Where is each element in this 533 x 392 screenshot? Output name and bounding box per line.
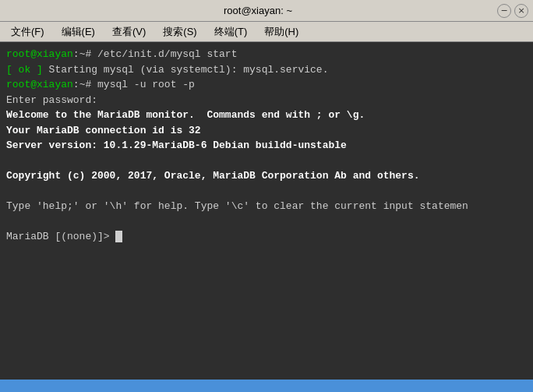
terminal-line-13: MariaDB [(none)]> — [6, 229, 527, 245]
menu-terminal[interactable]: 终端(T) — [206, 23, 256, 41]
bottom-bar — [0, 380, 533, 392]
title-bar: root@xiayan: ~ − × — [0, 0, 533, 22]
menu-view[interactable]: 查看(V) — [104, 23, 154, 41]
terminal-line-7: Server version: 10.1.29-MariaDB-6 Debian… — [6, 138, 527, 154]
terminal-line-4: Enter password: — [6, 93, 527, 108]
menu-bar: 文件(F) 编辑(E) 查看(V) 搜索(S) 终端(T) 帮助(H) — [0, 22, 533, 42]
menu-search[interactable]: 搜索(S) — [155, 23, 204, 41]
close-button[interactable]: × — [514, 4, 528, 18]
prompt-2: root@xiayan — [6, 79, 73, 90]
minimize-button[interactable]: − — [497, 4, 511, 18]
cursor — [115, 231, 122, 242]
terminal-output[interactable]: root@xiayan:~# /etc/init.d/mysql start [… — [0, 42, 533, 380]
terminal-line-1: root@xiayan:~# /etc/init.d/mysql start — [6, 47, 527, 62]
terminal-line-8 — [6, 154, 527, 169]
terminal-line-6: Your MariaDB connection id is 32 — [6, 123, 527, 139]
terminal-line-10 — [6, 184, 527, 200]
menu-help[interactable]: 帮助(H) — [256, 23, 306, 41]
window-controls: − × — [497, 4, 528, 18]
prompt-1: root@xiayan — [6, 48, 73, 60]
menu-file[interactable]: 文件(F) — [3, 23, 52, 41]
terminal-line-2: [ ok ] Starting mysql (via systemctl): m… — [6, 62, 527, 78]
terminal-window: root@xiayan: ~ − × 文件(F) 编辑(E) 查看(V) 搜索(… — [0, 0, 533, 392]
menu-edit[interactable]: 编辑(E) — [54, 23, 103, 41]
terminal-line-5: Welcome to the MariaDB monitor. Commands… — [6, 108, 527, 123]
terminal-line-12 — [6, 214, 527, 230]
window-title: root@xiayan: ~ — [19, 5, 497, 16]
terminal-line-11: Type 'help;' or '\h' for help. Type '\c'… — [6, 199, 527, 214]
terminal-line-9: Copyright (c) 2000, 2017, Oracle, MariaD… — [6, 168, 527, 184]
terminal-line-3: root@xiayan:~# mysql -u root -p — [6, 77, 527, 93]
